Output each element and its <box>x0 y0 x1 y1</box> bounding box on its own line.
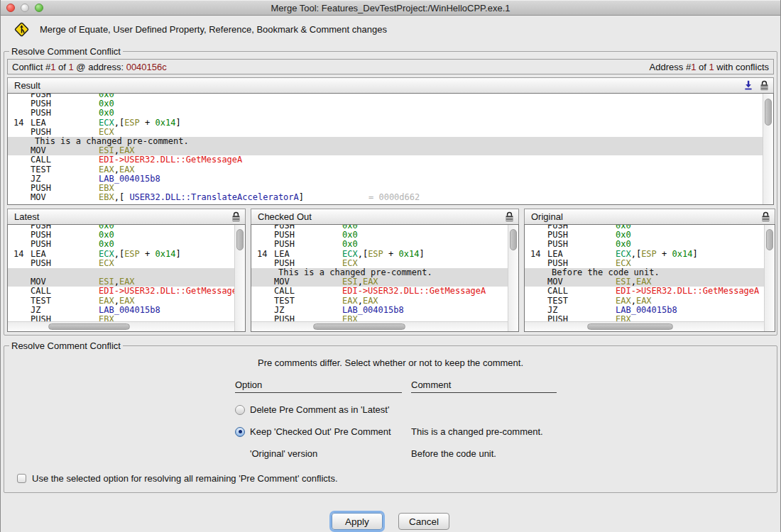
latest-panel-header: Latest <box>7 209 246 224</box>
result-vertical-scrollbar[interactable] <box>763 94 773 204</box>
result-panel: Result PUSH0x0PU <box>7 77 774 205</box>
apply-button[interactable]: Apply <box>332 513 383 530</box>
original-listing[interactable]: PUSH0x0PUSH0x0PUSH0x014LEAECX,[ESP + 0x1… <box>524 224 775 332</box>
radio-delete-latest[interactable] <box>235 405 245 415</box>
listing-row: JZLAB_004015b8 <box>251 306 508 315</box>
window-title: Merge Tool: Features_DevTestProject:/Win… <box>1 3 780 13</box>
original-vertical-scrollbar[interactable] <box>764 225 775 331</box>
checked-out-horizontal-scrollbar[interactable] <box>251 321 508 331</box>
scroll-to-conflict-icon[interactable] <box>743 80 753 91</box>
listing-row: JZLAB_004015b8 <box>8 306 234 315</box>
merge-banner: Merge of Equate, User Defined Property, … <box>1 16 780 43</box>
scrollbar-thumb[interactable] <box>313 323 405 330</box>
option-label: 'Original' version <box>250 448 317 459</box>
result-panel-title: Result <box>14 80 40 91</box>
option-comment: This is a changed pre-comment. <box>411 426 562 437</box>
listing-row: JZLAB_004015b8 <box>8 174 763 184</box>
comment-column-header: Comment <box>411 379 557 393</box>
merge-banner-message: Merge of Equate, User Defined Property, … <box>40 24 387 35</box>
conflict-info-bar: Conflict #1 of 1 @ address: 0040156c Add… <box>7 59 774 74</box>
listing-row: PUSHEBX <box>251 315 508 321</box>
option-row-delete-latest[interactable]: Delete Pre Comment as in 'Latest' <box>235 404 562 415</box>
listing-row: PUSHECX <box>8 259 234 268</box>
conflict-group: Resolve Comment Conflict Conflict #1 of … <box>4 51 777 336</box>
title-bar: Merge Tool: Features_DevTestProject:/Win… <box>1 0 780 16</box>
option-label: Delete Pre Comment as in 'Latest' <box>250 404 389 415</box>
latest-panel-title: Latest <box>14 211 39 222</box>
option-row-keep-checked-out[interactable]: Keep 'Checked Out' Pre Comment This is a… <box>235 426 562 437</box>
resolve-instruction: Pre comments differ. Select whether or n… <box>4 358 777 368</box>
result-lock-icon[interactable] <box>760 80 769 91</box>
use-for-all-row[interactable]: Use the selected option for resolving al… <box>17 473 777 484</box>
listing-row: PUSHECX <box>8 128 763 137</box>
radio-keep-checked-out[interactable] <box>235 427 245 437</box>
listing-row: PUSH0x0 <box>8 99 763 109</box>
result-panel-header: Result <box>7 77 774 93</box>
original-panel: Original PUSH0x0PUSH0x0PUSH0x014LEAECX,[… <box>524 209 775 332</box>
use-for-all-label: Use the selected option for resolving al… <box>32 473 338 484</box>
latest-vertical-scrollbar[interactable] <box>234 225 245 331</box>
conflict-counter: Conflict #1 of 1 @ address: 0040156c <box>12 62 167 72</box>
checked-out-vertical-scrollbar[interactable] <box>508 225 518 331</box>
scrollbar-thumb[interactable] <box>236 229 244 250</box>
address-counter: Address #1 of 1 with conflicts <box>650 62 769 72</box>
latest-panel: Latest PUSH0x0PUSH0x0PUSH0x014LEAECX,[ES… <box>7 209 246 332</box>
listing-row: This is a changed pre-comment. <box>251 268 508 277</box>
option-label: Keep 'Checked Out' Pre Comment <box>250 426 391 437</box>
cancel-button[interactable]: Cancel <box>398 513 449 530</box>
option-row-original-version: 'Original' version Before the code unit. <box>235 448 562 459</box>
listing-row: 14LEAECX,[ESP + 0x14] <box>8 250 234 259</box>
listing-row: 14LEAECX,[ESP + 0x14] <box>8 118 763 128</box>
conflict-group-label: Resolve Comment Conflict <box>9 46 123 57</box>
checked-out-panel: Checked Out PUSH0x0PUSH0x0PUSH0x014LEAEC… <box>251 209 519 332</box>
option-column-header: Option <box>235 379 402 393</box>
checked-out-listing[interactable]: PUSH0x0PUSH0x0PUSH0x014LEAECX,[ESP + 0x1… <box>251 224 519 332</box>
checked-out-lock-icon[interactable] <box>505 211 514 222</box>
scrollbar-thumb[interactable] <box>765 99 772 126</box>
latest-horizontal-scrollbar[interactable] <box>8 321 234 331</box>
result-listing[interactable]: PUSH0x0PUSH0x0PUSH0x014LEAECX,[ESP + 0x1… <box>7 93 774 205</box>
listing-row: CALLEDI->USER32.DLL::GetMessageA <box>251 287 508 296</box>
listing-row: 14LEAECX,[ESP + 0x14] <box>251 250 508 259</box>
option-comment: Before the code unit. <box>411 448 562 459</box>
button-row: Apply Cancel <box>1 513 780 530</box>
listing-row: PUSHEBX <box>525 315 764 321</box>
resolve-options-group-label: Resolve Comment Conflict <box>9 340 123 351</box>
listing-row: PUSH0x0 <box>8 94 763 99</box>
option-table-headers: Option Comment <box>235 379 562 393</box>
listing-row: PUSHECX <box>251 259 508 268</box>
original-panel-header: Original <box>524 209 775 224</box>
use-for-all-checkbox[interactable] <box>17 474 26 483</box>
original-panel-title: Original <box>531 211 563 222</box>
scrollbar-thumb[interactable] <box>766 229 773 250</box>
original-lock-icon[interactable] <box>761 211 770 222</box>
merge-sign-icon <box>13 21 30 38</box>
original-horizontal-scrollbar[interactable] <box>525 321 764 331</box>
listing-row: JZLAB_004015b8 <box>525 306 764 315</box>
latest-lock-icon[interactable] <box>231 211 241 222</box>
listing-row: 14LEAECX,[ESP + 0x14] <box>525 250 764 259</box>
listing-row: PUSHECX <box>525 259 764 268</box>
listing-row: PUSHEBX <box>8 315 234 321</box>
scrollbar-thumb[interactable] <box>587 323 673 330</box>
scrollbar-thumb[interactable] <box>48 323 130 330</box>
checked-out-panel-title: Checked Out <box>258 211 312 222</box>
scrollbar-thumb[interactable] <box>510 229 517 250</box>
latest-listing[interactable]: PUSH0x0PUSH0x0PUSH0x014LEAECX,[ESP + 0x1… <box>7 224 246 332</box>
option-table: Option Comment Delete Pre Comment as in … <box>235 379 562 459</box>
listing-row: MOVEBX,[ USER32.DLL::TranslateAccelerato… <box>8 193 763 202</box>
checked-out-panel-header: Checked Out <box>251 209 519 224</box>
resolve-options-group: Resolve Comment Conflict Pre comments di… <box>4 345 777 493</box>
